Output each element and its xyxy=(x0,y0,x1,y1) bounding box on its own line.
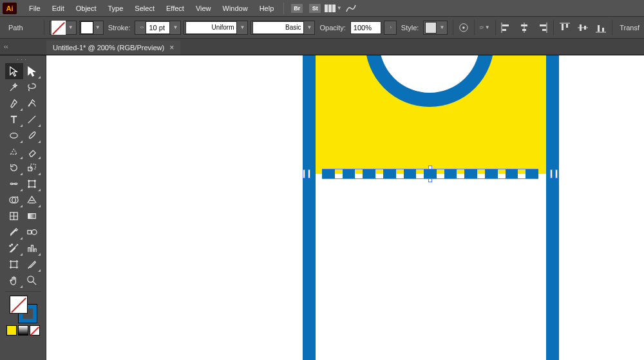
slice-tool[interactable] xyxy=(23,256,41,272)
app-logo[interactable]: Ai xyxy=(3,3,17,14)
close-tab-icon[interactable]: × xyxy=(169,43,174,52)
menu-view[interactable]: View xyxy=(190,0,217,16)
svg-rect-3 xyxy=(481,26,483,28)
line-segment-tool[interactable] xyxy=(23,111,41,128)
svg-rect-12 xyxy=(542,29,546,31)
gpu-preview-icon[interactable] xyxy=(344,3,358,14)
path-end-handle[interactable] xyxy=(303,169,305,178)
path-end-handle[interactable] xyxy=(308,169,310,178)
selection-handle[interactable] xyxy=(428,178,432,182)
valign-buttons xyxy=(559,22,607,33)
opacity-more[interactable]: › xyxy=(384,21,397,35)
bridge-icon[interactable]: Br xyxy=(290,3,304,14)
stroke-swatch[interactable]: ▼ xyxy=(79,21,104,35)
no-fill-icon xyxy=(52,21,66,35)
align-left-icon[interactable] xyxy=(500,22,512,33)
menu-edit[interactable]: Edit xyxy=(46,0,70,16)
align-to-icon[interactable]: ▼ xyxy=(480,22,490,33)
eraser-tool[interactable] xyxy=(23,144,41,160)
align-top-icon[interactable] xyxy=(559,22,571,33)
eyedropper-tool[interactable] xyxy=(5,224,23,240)
transform-label[interactable]: Transf xyxy=(620,24,639,32)
column-graph-tool[interactable] xyxy=(23,240,41,256)
chevron-down-icon[interactable]: ▼ xyxy=(171,24,179,30)
workspace: ··· xyxy=(0,55,644,360)
align-right-icon[interactable] xyxy=(536,22,548,33)
align-center-v-icon[interactable] xyxy=(577,22,589,33)
type-tool[interactable] xyxy=(5,111,23,128)
chevron-updown-icon[interactable]: ‹› xyxy=(138,24,146,30)
shaper-tool[interactable] xyxy=(5,144,23,160)
rotate-tool[interactable] xyxy=(5,160,23,176)
svg-rect-14 xyxy=(562,24,564,30)
svg-point-39 xyxy=(28,276,33,282)
graphic-style[interactable]: ▼ xyxy=(423,21,448,35)
menu-help[interactable]: Help xyxy=(254,0,280,16)
paintbrush-tool[interactable] xyxy=(23,128,41,144)
selection-handle[interactable] xyxy=(428,166,432,169)
variable-width-profile[interactable]: Uniform ▼ xyxy=(184,21,248,35)
width-tool[interactable] xyxy=(5,176,23,192)
canvas[interactable] xyxy=(46,55,644,360)
svg-rect-18 xyxy=(584,26,586,30)
artwork xyxy=(46,55,644,360)
hand-tool[interactable] xyxy=(5,272,23,289)
gradient-tool[interactable] xyxy=(23,208,41,224)
fill-swatch[interactable]: ▼ xyxy=(50,21,77,35)
free-transform-tool[interactable] xyxy=(23,176,41,192)
color-mode-none[interactable] xyxy=(30,325,40,336)
recolor-artwork-icon[interactable] xyxy=(459,22,469,33)
tools-panel: ··· xyxy=(0,55,46,360)
menu-effect[interactable]: Effect xyxy=(160,0,190,16)
fill-stroke-indicator[interactable] xyxy=(10,296,37,323)
fill-large-swatch[interactable] xyxy=(10,296,28,314)
brush-label: Basic xyxy=(252,21,304,34)
symbol-sprayer-tool[interactable] xyxy=(5,240,23,256)
scale-tool[interactable] xyxy=(23,160,41,176)
menu-type[interactable]: Type xyxy=(102,0,129,16)
svg-point-35 xyxy=(32,230,37,235)
zoom-tool[interactable] xyxy=(23,272,41,289)
brush-definition[interactable]: Basic ▼ xyxy=(251,21,315,35)
magic-wand-tool[interactable] xyxy=(5,79,23,95)
pen-tool[interactable] xyxy=(5,95,23,111)
control-bar: Path ▼ ▼ Stroke: ‹› 10 pt ▼ Uniform ▼ Ba… xyxy=(0,17,644,39)
shape-builder-tool[interactable] xyxy=(5,192,23,208)
stock-icon[interactable]: St xyxy=(308,3,322,14)
arrange-documents-icon[interactable]: ▼ xyxy=(326,3,340,14)
menu-file[interactable]: File xyxy=(23,0,46,16)
tab-overflow[interactable]: ‹‹ xyxy=(0,39,46,55)
direct-selection-tool[interactable] xyxy=(23,63,41,79)
artboard-tool[interactable] xyxy=(5,256,23,272)
svg-rect-24 xyxy=(31,164,36,169)
blend-tool[interactable] xyxy=(23,224,41,240)
color-mode-solid[interactable] xyxy=(6,325,17,336)
mesh-tool[interactable] xyxy=(5,208,23,224)
perspective-grid-tool[interactable] xyxy=(23,192,41,208)
color-mode-gradient[interactable] xyxy=(18,325,28,336)
opacity-field[interactable]: 100% xyxy=(350,21,381,34)
selection-type-label: Path xyxy=(5,24,37,32)
path-end-handle[interactable] xyxy=(555,169,558,178)
ellipse-tool[interactable] xyxy=(5,128,23,144)
menu-window[interactable]: Window xyxy=(217,0,254,16)
separator xyxy=(283,3,284,14)
separator xyxy=(612,20,612,35)
lasso-tool[interactable] xyxy=(23,79,41,95)
menu-select[interactable]: Select xyxy=(129,0,160,16)
panel-collapse-handle[interactable]: ··· xyxy=(0,57,46,62)
selected-dashed-path[interactable] xyxy=(303,167,558,180)
align-buttons xyxy=(500,22,548,33)
selection-tool[interactable] xyxy=(5,63,23,79)
align-bottom-icon[interactable] xyxy=(595,22,607,33)
separator xyxy=(474,20,475,35)
stroke-weight-field[interactable]: 10 pt xyxy=(146,21,170,34)
stroke-weight-stepper[interactable]: ‹› 10 pt ▼ xyxy=(135,21,181,35)
menu-object[interactable]: Object xyxy=(70,0,102,16)
svg-rect-38 xyxy=(11,261,17,267)
svg-rect-23 xyxy=(28,167,32,171)
align-center-h-icon[interactable] xyxy=(518,22,530,33)
document-tab[interactable]: Untitled-1* @ 200% (RGB/Preview) × xyxy=(46,41,180,55)
curvature-tool[interactable] xyxy=(23,95,41,111)
path-end-handle[interactable] xyxy=(550,169,553,178)
